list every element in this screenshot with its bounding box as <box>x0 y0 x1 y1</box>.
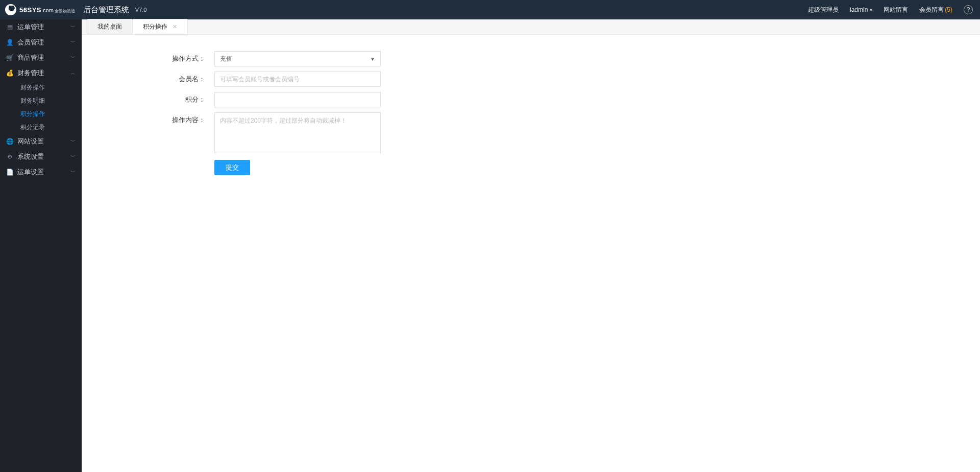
main: 我的桌面 积分操作 ✕ 操作方式： 充值 ▼ <box>82 19 980 472</box>
logo-sub: 全景物流通 <box>55 9 75 13</box>
help-icon[interactable]: ? <box>964 5 973 14</box>
member-icon: 👤 <box>6 39 13 46</box>
chevron-down-icon: ▾ <box>870 7 872 13</box>
submit-button[interactable]: 提交 <box>214 160 250 175</box>
operation-mode-select[interactable]: 充值 ▼ <box>214 51 381 66</box>
role-label: 超级管理员 <box>808 6 839 14</box>
sidebar-item-system[interactable]: ⚙ 系统设置 ﹀ <box>0 149 82 164</box>
sidebar-item-label: 系统设置 <box>17 152 44 161</box>
logo-area: 56SYS .com 全景物流通 后台管理系统 V7.0 <box>5 4 146 15</box>
header: 56SYS .com 全景物流通 后台管理系统 V7.0 超级管理员 iadmi… <box>0 0 980 19</box>
content-textarea[interactable] <box>214 112 381 153</box>
sidebar-subitem-finance-op[interactable]: 财务操作 <box>0 81 82 94</box>
sidebar-subitem-points-log[interactable]: 积分记录 <box>0 121 82 134</box>
member-message-count: (5) <box>945 6 952 13</box>
order-icon: ▤ <box>6 23 13 31</box>
points-form: 操作方式： 充值 ▼ 会员名： 积分： <box>82 51 470 175</box>
sidebar-submenu-finance: 财务操作 财务明细 积分操作 积分记录 <box>0 81 82 134</box>
content: 操作方式： 充值 ▼ 会员名： 积分： <box>82 35 980 472</box>
sidebar-item-label: 会员管理 <box>17 38 44 47</box>
sidebar-item-waybill[interactable]: 📄 运单设置 ﹀ <box>0 164 82 180</box>
app-title: 后台管理系统 <box>83 5 129 15</box>
sidebar-item-member[interactable]: 👤 会员管理 ﹀ <box>0 35 82 50</box>
logo-ext: .com <box>41 7 54 13</box>
chevron-down-icon: ﹀ <box>70 169 76 176</box>
sidebar-item-label: 网站设置 <box>17 137 44 146</box>
tab-label: 我的桌面 <box>97 22 122 31</box>
sidebar-subitem-finance-detail[interactable]: 财务明细 <box>0 94 82 107</box>
logo-text: 56SYS <box>19 6 41 14</box>
member-label: 会员名： <box>143 72 214 87</box>
tabbar: 我的桌面 积分操作 ✕ <box>82 19 980 35</box>
tab-points-op[interactable]: 积分操作 ✕ <box>132 19 188 34</box>
app-version: V7.0 <box>135 7 147 13</box>
site-icon: 🌐 <box>6 138 13 145</box>
chevron-up-icon: ︿ <box>70 69 76 77</box>
product-icon: 🛒 <box>6 54 13 61</box>
member-message-label: 会员留言 <box>919 6 944 14</box>
content-label: 操作内容： <box>143 112 214 128</box>
sidebar-item-order[interactable]: ▤ 运单管理 ﹀ <box>0 19 82 35</box>
chevron-down-icon: ﹀ <box>70 39 76 46</box>
site-message-link[interactable]: 网站留言 <box>884 6 908 14</box>
finance-icon: 💰 <box>6 69 13 77</box>
sidebar-item-label: 运单管理 <box>17 22 44 32</box>
sidebar-item-label: 财务管理 <box>17 68 44 78</box>
operation-mode-value: 充值 <box>220 55 232 63</box>
member-message-link[interactable]: 会员留言 (5) <box>919 6 952 14</box>
sidebar: ▤ 运单管理 ﹀ 👤 会员管理 ﹀ 🛒 商品管理 ﹀ 💰 财务管理 ︿ <box>0 19 82 472</box>
sidebar-subitem-points-op[interactable]: 积分操作 <box>0 107 82 121</box>
chevron-down-icon: ﹀ <box>70 138 76 145</box>
system-icon: ⚙ <box>6 153 13 160</box>
username: iadmin <box>850 6 868 13</box>
caret-down-icon: ▼ <box>370 56 375 62</box>
chevron-down-icon: ﹀ <box>70 23 76 31</box>
sidebar-item-label: 运单设置 <box>17 168 44 177</box>
user-menu[interactable]: iadmin ▾ <box>850 6 872 13</box>
waybill-icon: 📄 <box>6 169 13 176</box>
header-right: 超级管理员 iadmin ▾ 网站留言 会员留言 (5) ? <box>808 5 973 14</box>
points-label: 积分： <box>143 92 214 107</box>
chevron-down-icon: ﹀ <box>70 54 76 61</box>
tab-label: 积分操作 <box>143 22 167 31</box>
close-icon[interactable]: ✕ <box>173 23 177 30</box>
operation-mode-label: 操作方式： <box>143 51 214 66</box>
points-input[interactable] <box>214 92 381 107</box>
sidebar-item-site[interactable]: 🌐 网站设置 ﹀ <box>0 134 82 149</box>
sidebar-item-label: 商品管理 <box>17 53 44 62</box>
chevron-down-icon: ﹀ <box>70 153 76 160</box>
tab-desktop[interactable]: 我的桌面 <box>87 19 133 34</box>
logo-icon <box>5 4 16 15</box>
sidebar-item-product[interactable]: 🛒 商品管理 ﹀ <box>0 50 82 65</box>
sidebar-item-finance[interactable]: 💰 财务管理 ︿ <box>0 65 82 81</box>
member-input[interactable] <box>214 72 381 87</box>
